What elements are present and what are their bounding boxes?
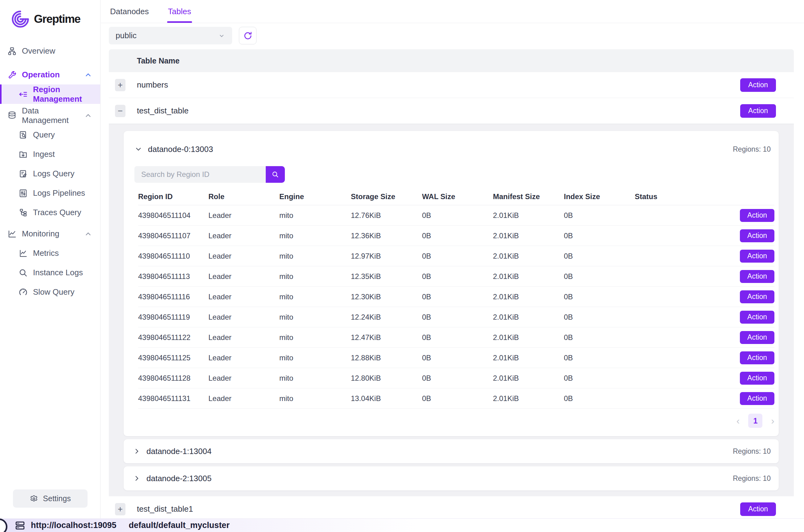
region-action-button[interactable]: Action bbox=[740, 392, 774, 405]
region-id: 4398046511122 bbox=[138, 333, 208, 342]
region-manifest-size: 2.01KiB bbox=[493, 333, 564, 342]
table-action-button[interactable]: Action bbox=[740, 502, 776, 516]
page-number[interactable]: 1 bbox=[748, 414, 762, 428]
table-action-button[interactable]: Action bbox=[740, 104, 776, 118]
region-storage-size: 12.76KiB bbox=[351, 211, 422, 220]
region-row: 4398046511113 Leader mito 12.35KiB 0B 2.… bbox=[138, 266, 774, 287]
region-search bbox=[134, 166, 774, 183]
regions-count: Regions: 10 bbox=[733, 447, 771, 456]
region-role: Leader bbox=[208, 354, 279, 362]
cluster-name: default/default_mycluster bbox=[129, 520, 230, 530]
collapse-minus-icon[interactable]: − bbox=[115, 105, 126, 117]
region-id: 4398046511119 bbox=[138, 313, 208, 322]
sidebar-item-traces-query[interactable]: Traces Query bbox=[0, 203, 100, 222]
region-action-button[interactable]: Action bbox=[740, 372, 774, 385]
sidebar-item-label: Overview bbox=[22, 46, 55, 56]
sidebar-item-label: Ingest bbox=[33, 150, 55, 159]
column-header: Engine bbox=[279, 192, 351, 201]
region-manifest-size: 2.01KiB bbox=[493, 231, 564, 240]
region-action-button[interactable]: Action bbox=[740, 209, 774, 222]
sidebar-item-query[interactable]: Query bbox=[0, 125, 100, 145]
server-icon bbox=[15, 520, 25, 531]
chevron-up-icon[interactable] bbox=[84, 71, 92, 79]
region-action-button[interactable]: Action bbox=[740, 331, 774, 344]
region-engine: mito bbox=[279, 272, 351, 281]
region-search-input[interactable] bbox=[134, 166, 266, 183]
sidebar-item-region-management[interactable]: Region Management bbox=[0, 84, 100, 104]
region-action-button[interactable]: Action bbox=[740, 270, 774, 283]
sidebar-section-data-management[interactable]: Data Management bbox=[0, 106, 100, 125]
table-row-test-dist-table: − test_dist_table Action bbox=[109, 98, 794, 124]
sidebar-item-label: Data Management bbox=[22, 106, 79, 125]
region-wal-size: 0B bbox=[422, 374, 493, 382]
sidebar-section-operation[interactable]: Operation bbox=[0, 65, 100, 84]
chevron-up-icon[interactable] bbox=[84, 230, 92, 238]
region-action-button[interactable]: Action bbox=[740, 229, 774, 242]
region-action-button[interactable]: Action bbox=[740, 290, 774, 303]
sidebar-item-logs-query[interactable]: Logs Query bbox=[0, 164, 100, 184]
column-header: Manifest Size bbox=[493, 192, 564, 201]
sliders-icon bbox=[19, 189, 28, 198]
sidebar-item-ingest[interactable]: Ingest bbox=[0, 145, 100, 164]
region-storage-size: 12.24KiB bbox=[351, 313, 422, 322]
main-content: Datanodes Tables public Table Name + num… bbox=[101, 0, 804, 522]
tab-tables[interactable]: Tables bbox=[168, 0, 191, 23]
datanode-2-card[interactable]: datanode-2:13005 Regions: 10 bbox=[123, 466, 779, 490]
expanded-table-panel: datanode-0:13003 Regions: 10 bbox=[109, 124, 794, 496]
region-row: 4398046511128 Leader mito 12.80KiB 0B 2.… bbox=[138, 368, 774, 388]
expand-plus-icon[interactable]: + bbox=[115, 503, 126, 515]
gear-icon bbox=[30, 494, 38, 503]
sidebar-item-logs-pipelines[interactable]: Logs Pipelines bbox=[0, 184, 100, 203]
region-index-size: 0B bbox=[564, 231, 635, 240]
region-manifest-size: 2.01KiB bbox=[493, 374, 564, 382]
previous-page-icon[interactable]: ‹ bbox=[736, 416, 740, 426]
region-engine: mito bbox=[279, 292, 351, 301]
region-id: 4398046511116 bbox=[138, 292, 208, 301]
region-row: 4398046511116 Leader mito 12.30KiB 0B 2.… bbox=[138, 287, 774, 307]
next-page-icon[interactable]: › bbox=[771, 416, 774, 426]
region-manifest-size: 2.01KiB bbox=[493, 394, 564, 403]
tables-list: Table Name + numbers Action − test_dist_… bbox=[109, 49, 794, 522]
datanode-1-card[interactable]: datanode-1:13004 Regions: 10 bbox=[123, 439, 779, 463]
chevron-up-icon[interactable] bbox=[84, 112, 92, 119]
region-engine: mito bbox=[279, 374, 351, 382]
region-index-size: 0B bbox=[564, 292, 635, 301]
region-storage-size: 12.97KiB bbox=[351, 252, 422, 261]
settings-label: Settings bbox=[43, 494, 71, 503]
region-row: 4398046511107 Leader mito 12.36KiB 0B 2.… bbox=[138, 226, 774, 246]
region-index-size: 0B bbox=[564, 252, 635, 261]
region-search-button[interactable] bbox=[266, 166, 285, 183]
datanode-0-header[interactable]: datanode-0:13003 Regions: 10 bbox=[134, 141, 774, 157]
sidebar-item-metrics[interactable]: Metrics bbox=[0, 244, 100, 263]
table-action-button[interactable]: Action bbox=[740, 78, 776, 92]
column-header: Status bbox=[635, 192, 690, 201]
greptime-spiral-icon bbox=[11, 9, 30, 29]
region-role: Leader bbox=[208, 333, 279, 342]
line-chart-icon bbox=[7, 229, 17, 239]
region-action-button[interactable]: Action bbox=[740, 311, 774, 324]
sidebar-item-label: Logs Query bbox=[33, 169, 74, 178]
region-action-button[interactable]: Action bbox=[740, 250, 774, 263]
sidebar-item-label: Instance Logs bbox=[33, 268, 83, 278]
region-index-size: 0B bbox=[564, 211, 635, 220]
region-index-size: 0B bbox=[564, 374, 635, 382]
region-storage-size: 12.35KiB bbox=[351, 272, 422, 281]
tab-datanodes[interactable]: Datanodes bbox=[110, 0, 149, 23]
region-id: 4398046511125 bbox=[138, 354, 208, 362]
settings-button[interactable]: Settings bbox=[13, 490, 88, 508]
region-engine: mito bbox=[279, 394, 351, 403]
database-select[interactable]: public bbox=[109, 27, 232, 44]
status-bar: http://localhost:19095 default/default_m… bbox=[0, 518, 804, 532]
region-id: 4398046511104 bbox=[138, 211, 208, 220]
sidebar-item-label: Traces Query bbox=[33, 208, 81, 217]
document-edit-icon bbox=[19, 169, 28, 178]
sidebar-item-instance-logs[interactable]: Instance Logs bbox=[0, 263, 100, 282]
sidebar-section-monitoring[interactable]: Monitoring bbox=[0, 224, 100, 244]
region-wal-size: 0B bbox=[422, 333, 493, 342]
region-action-button[interactable]: Action bbox=[740, 352, 774, 364]
sidebar-item-overview[interactable]: Overview bbox=[0, 41, 100, 61]
sidebar-item-slow-query[interactable]: Slow Query bbox=[0, 282, 100, 302]
refresh-button[interactable] bbox=[239, 27, 256, 44]
region-index-size: 0B bbox=[564, 354, 635, 362]
expand-plus-icon[interactable]: + bbox=[115, 79, 126, 91]
